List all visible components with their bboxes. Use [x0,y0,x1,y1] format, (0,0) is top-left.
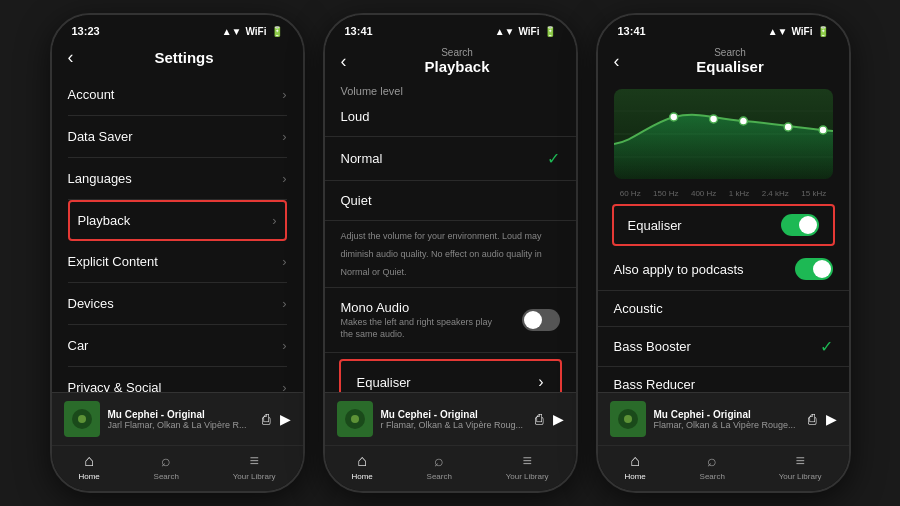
player-controls-3: ⎙ ▶ [808,411,837,427]
status-icons-1: ▲▼ WiFi 🔋 [222,26,283,37]
eq-item-equaliser[interactable]: Equaliser [612,204,835,246]
player-artist-2: r Flamar, Olkan & La Vipère Roug... [381,420,527,430]
bottom-nav-2: ⌂ Home ⌕ Search ≡ Your Library [325,445,576,491]
search-icon-3: ⌕ [707,452,717,470]
playback-volume-normal[interactable]: Normal ✓ [325,137,576,181]
bottom-nav-1: ⌂ Home ⌕ Search ≡ Your Library [52,445,303,491]
playback-content: Volume level Loud Normal ✓ Quiet Adjust … [325,81,576,392]
back-button-3[interactable]: ‹ [614,51,620,72]
nav-subtitle-2: Search [355,47,560,58]
time-1: 13:23 [72,25,100,37]
eq-item-bass-reducer[interactable]: Bass Reducer [598,367,849,392]
phone-settings: 13:23 ▲▼ WiFi 🔋 ‹ Settings Account › Dat… [50,13,305,493]
player-title-1: Mu Cephei - Original [108,409,254,420]
cast-icon-2[interactable]: ⎙ [535,411,543,427]
check-bass-booster: ✓ [820,337,833,356]
bottom-player-3: Mu Cephei - Original Flamar, Olkan & La … [598,392,849,445]
equaliser-toggle[interactable] [781,214,819,236]
eq-item-podcasts[interactable]: Also apply to podcasts [598,248,849,291]
page-title-1: Settings [82,49,287,66]
home-icon-2: ⌂ [357,452,367,470]
settings-list: Account › Data Saver › Languages › Playb… [52,74,303,392]
settings-item-privacy[interactable]: Privacy & Social › [68,367,287,392]
cast-icon-3[interactable]: ⎙ [808,411,816,427]
nav-bar-1: ‹ Settings [52,43,303,74]
playback-volume-quiet[interactable]: Quiet [325,181,576,221]
player-artist-1: Jarl Flamar, Olkan & La Vipère R... [108,420,254,430]
player-info-2: Mu Cephei - Original r Flamar, Olkan & L… [381,409,527,430]
nav-home-3[interactable]: ⌂ Home [624,452,645,481]
status-bar-3: 13:41 ▲▼ WiFi 🔋 [598,15,849,43]
nav-search-2[interactable]: ⌕ Search [427,452,452,481]
chevron-account: › [282,87,286,102]
player-thumb-3 [610,401,646,437]
phone-equalizer: 13:41 ▲▼ WiFi 🔋 ‹ Search Equaliser [596,13,851,493]
playback-volume-loud[interactable]: Loud [325,97,576,137]
home-icon-3: ⌂ [630,452,640,470]
svg-point-3 [351,415,359,423]
eq-item-acoustic[interactable]: Acoustic [598,291,849,327]
eq-frequency-labels: 60 Hz 150 Hz 400 Hz 1 kHz 2.4 kHz 15 kHz [598,187,849,200]
play-icon-3[interactable]: ▶ [826,411,837,427]
nav-subtitle-3: Search [628,47,833,58]
player-controls-2: ⎙ ▶ [535,411,564,427]
settings-item-datasaver[interactable]: Data Saver › [68,116,287,158]
nav-home-2[interactable]: ⌂ Home [351,452,372,481]
svg-point-10 [784,123,792,131]
player-info-1: Mu Cephei - Original Jarl Flamar, Olkan … [108,409,254,430]
svg-point-8 [709,115,717,123]
nav-library-3[interactable]: ≡ Your Library [779,452,822,481]
eq-item-bass-booster[interactable]: Bass Booster ✓ [598,327,849,367]
chevron-datasaver: › [282,129,286,144]
settings-item-playback[interactable]: Playback › [68,200,287,241]
nav-search-1[interactable]: ⌕ Search [154,452,179,481]
svg-point-9 [739,117,747,125]
settings-item-explicit[interactable]: Explicit Content › [68,241,287,283]
player-controls-1: ⎙ ▶ [262,411,291,427]
player-artist-3: Flamar, Olkan & La Vipère Rouge... [654,420,800,430]
play-icon-2[interactable]: ▶ [553,411,564,427]
bottom-player-2: Mu Cephei - Original r Flamar, Olkan & L… [325,392,576,445]
svg-point-13 [624,415,632,423]
volume-section-label: Volume level [325,81,576,97]
library-icon-1: ≡ [249,452,258,470]
check-normal: ✓ [547,149,560,168]
status-bar-1: 13:23 ▲▼ WiFi 🔋 [52,15,303,43]
chevron-playback: › [272,213,276,228]
playback-mono-audio[interactable]: Mono Audio Makes the left and right spea… [325,288,576,353]
svg-point-11 [819,126,827,134]
player-title-2: Mu Cephei - Original [381,409,527,420]
nav-bar-2: ‹ Search Playback [325,43,576,81]
nav-library-1[interactable]: ≡ Your Library [233,452,276,481]
svg-point-1 [78,415,86,423]
time-3: 13:41 [618,25,646,37]
player-info-3: Mu Cephei - Original Flamar, Olkan & La … [654,409,800,430]
nav-search-3[interactable]: ⌕ Search [700,452,725,481]
back-button-1[interactable]: ‹ [68,47,74,68]
settings-item-account[interactable]: Account › [68,74,287,116]
time-2: 13:41 [345,25,373,37]
back-button-2[interactable]: ‹ [341,51,347,72]
settings-items: Account › Data Saver › Languages › Playb… [52,74,303,392]
podcasts-toggle[interactable] [795,258,833,280]
page-title-3: Equaliser [628,58,833,75]
settings-item-languages[interactable]: Languages › [68,158,287,200]
nav-home-1[interactable]: ⌂ Home [78,452,99,481]
nav-bar-3: ‹ Search Equaliser [598,43,849,81]
status-bar-2: 13:41 ▲▼ WiFi 🔋 [325,15,576,43]
settings-item-devices[interactable]: Devices › [68,283,287,325]
volume-desc: Adjust the volume for your environment. … [341,231,542,277]
bottom-nav-3: ⌂ Home ⌕ Search ≡ Your Library [598,445,849,491]
mono-audio-toggle[interactable] [522,309,560,331]
player-thumb-2 [337,401,373,437]
nav-library-2[interactable]: ≡ Your Library [506,452,549,481]
phone-playback: 13:41 ▲▼ WiFi 🔋 ‹ Search Playback Volume… [323,13,578,493]
settings-item-car[interactable]: Car › [68,325,287,367]
eq-content: 60 Hz 150 Hz 400 Hz 1 kHz 2.4 kHz 15 kHz… [598,81,849,392]
play-icon-1[interactable]: ▶ [280,411,291,427]
equalizer-row[interactable]: Equaliser › [339,359,562,392]
svg-point-7 [669,113,677,121]
cast-icon-1[interactable]: ⎙ [262,411,270,427]
search-icon-1: ⌕ [161,452,171,470]
search-icon-2: ⌕ [434,452,444,470]
